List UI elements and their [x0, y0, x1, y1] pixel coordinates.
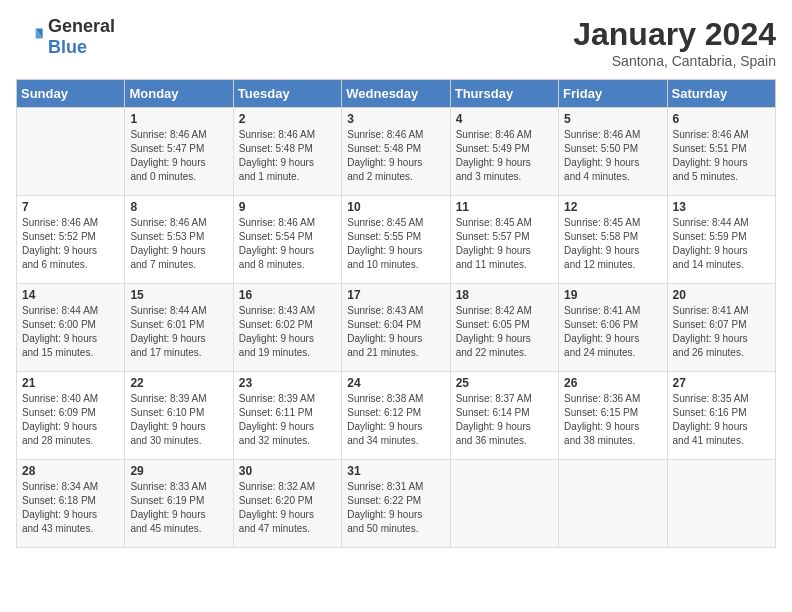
logo-text: General Blue — [48, 16, 115, 58]
calendar-cell: 21Sunrise: 8:40 AM Sunset: 6:09 PM Dayli… — [17, 372, 125, 460]
calendar-cell — [17, 108, 125, 196]
day-number: 19 — [564, 288, 661, 302]
cell-info: Sunrise: 8:43 AM Sunset: 6:04 PM Dayligh… — [347, 304, 444, 360]
header-tuesday: Tuesday — [233, 80, 341, 108]
calendar-cell — [667, 460, 775, 548]
cell-info: Sunrise: 8:42 AM Sunset: 6:05 PM Dayligh… — [456, 304, 553, 360]
day-number: 20 — [673, 288, 770, 302]
day-number: 12 — [564, 200, 661, 214]
calendar-cell: 10Sunrise: 8:45 AM Sunset: 5:55 PM Dayli… — [342, 196, 450, 284]
calendar-row-2: 14Sunrise: 8:44 AM Sunset: 6:00 PM Dayli… — [17, 284, 776, 372]
cell-info: Sunrise: 8:43 AM Sunset: 6:02 PM Dayligh… — [239, 304, 336, 360]
calendar-row-4: 28Sunrise: 8:34 AM Sunset: 6:18 PM Dayli… — [17, 460, 776, 548]
calendar-cell: 31Sunrise: 8:31 AM Sunset: 6:22 PM Dayli… — [342, 460, 450, 548]
day-number: 26 — [564, 376, 661, 390]
cell-info: Sunrise: 8:46 AM Sunset: 5:50 PM Dayligh… — [564, 128, 661, 184]
calendar-cell: 2Sunrise: 8:46 AM Sunset: 5:48 PM Daylig… — [233, 108, 341, 196]
header-wednesday: Wednesday — [342, 80, 450, 108]
cell-info: Sunrise: 8:31 AM Sunset: 6:22 PM Dayligh… — [347, 480, 444, 536]
cell-info: Sunrise: 8:37 AM Sunset: 6:14 PM Dayligh… — [456, 392, 553, 448]
calendar-cell: 25Sunrise: 8:37 AM Sunset: 6:14 PM Dayli… — [450, 372, 558, 460]
calendar-row-1: 7Sunrise: 8:46 AM Sunset: 5:52 PM Daylig… — [17, 196, 776, 284]
cell-info: Sunrise: 8:39 AM Sunset: 6:11 PM Dayligh… — [239, 392, 336, 448]
cell-info: Sunrise: 8:46 AM Sunset: 5:52 PM Dayligh… — [22, 216, 119, 272]
calendar-cell: 8Sunrise: 8:46 AM Sunset: 5:53 PM Daylig… — [125, 196, 233, 284]
cell-info: Sunrise: 8:40 AM Sunset: 6:09 PM Dayligh… — [22, 392, 119, 448]
day-number: 3 — [347, 112, 444, 126]
calendar-cell — [450, 460, 558, 548]
day-number: 21 — [22, 376, 119, 390]
day-number: 10 — [347, 200, 444, 214]
calendar-cell: 5Sunrise: 8:46 AM Sunset: 5:50 PM Daylig… — [559, 108, 667, 196]
cell-info: Sunrise: 8:46 AM Sunset: 5:49 PM Dayligh… — [456, 128, 553, 184]
cell-info: Sunrise: 8:46 AM Sunset: 5:53 PM Dayligh… — [130, 216, 227, 272]
logo-icon — [16, 23, 44, 51]
cell-info: Sunrise: 8:46 AM Sunset: 5:48 PM Dayligh… — [347, 128, 444, 184]
day-number: 11 — [456, 200, 553, 214]
day-number: 14 — [22, 288, 119, 302]
calendar-cell — [559, 460, 667, 548]
day-number: 5 — [564, 112, 661, 126]
calendar-cell: 6Sunrise: 8:46 AM Sunset: 5:51 PM Daylig… — [667, 108, 775, 196]
calendar-cell: 3Sunrise: 8:46 AM Sunset: 5:48 PM Daylig… — [342, 108, 450, 196]
cell-info: Sunrise: 8:46 AM Sunset: 5:48 PM Dayligh… — [239, 128, 336, 184]
month-title: January 2024 — [573, 16, 776, 53]
cell-info: Sunrise: 8:35 AM Sunset: 6:16 PM Dayligh… — [673, 392, 770, 448]
cell-info: Sunrise: 8:46 AM Sunset: 5:54 PM Dayligh… — [239, 216, 336, 272]
day-number: 17 — [347, 288, 444, 302]
calendar-cell: 16Sunrise: 8:43 AM Sunset: 6:02 PM Dayli… — [233, 284, 341, 372]
cell-info: Sunrise: 8:39 AM Sunset: 6:10 PM Dayligh… — [130, 392, 227, 448]
logo: General Blue — [16, 16, 115, 58]
calendar-row-0: 1Sunrise: 8:46 AM Sunset: 5:47 PM Daylig… — [17, 108, 776, 196]
calendar-table: Sunday Monday Tuesday Wednesday Thursday… — [16, 79, 776, 548]
header-friday: Friday — [559, 80, 667, 108]
calendar-cell: 4Sunrise: 8:46 AM Sunset: 5:49 PM Daylig… — [450, 108, 558, 196]
day-number: 7 — [22, 200, 119, 214]
day-number: 27 — [673, 376, 770, 390]
calendar-cell: 26Sunrise: 8:36 AM Sunset: 6:15 PM Dayli… — [559, 372, 667, 460]
cell-info: Sunrise: 8:32 AM Sunset: 6:20 PM Dayligh… — [239, 480, 336, 536]
title-area: January 2024 Santona, Cantabria, Spain — [573, 16, 776, 69]
day-number: 31 — [347, 464, 444, 478]
day-number: 16 — [239, 288, 336, 302]
day-number: 2 — [239, 112, 336, 126]
calendar-cell: 29Sunrise: 8:33 AM Sunset: 6:19 PM Dayli… — [125, 460, 233, 548]
calendar-cell: 1Sunrise: 8:46 AM Sunset: 5:47 PM Daylig… — [125, 108, 233, 196]
page-header: General Blue January 2024 Santona, Canta… — [16, 16, 776, 69]
calendar-cell: 13Sunrise: 8:44 AM Sunset: 5:59 PM Dayli… — [667, 196, 775, 284]
calendar-cell: 18Sunrise: 8:42 AM Sunset: 6:05 PM Dayli… — [450, 284, 558, 372]
day-number: 15 — [130, 288, 227, 302]
day-number: 8 — [130, 200, 227, 214]
calendar-cell: 17Sunrise: 8:43 AM Sunset: 6:04 PM Dayli… — [342, 284, 450, 372]
cell-info: Sunrise: 8:44 AM Sunset: 6:01 PM Dayligh… — [130, 304, 227, 360]
calendar-cell: 12Sunrise: 8:45 AM Sunset: 5:58 PM Dayli… — [559, 196, 667, 284]
calendar-cell: 15Sunrise: 8:44 AM Sunset: 6:01 PM Dayli… — [125, 284, 233, 372]
cell-info: Sunrise: 8:41 AM Sunset: 6:06 PM Dayligh… — [564, 304, 661, 360]
calendar-cell: 22Sunrise: 8:39 AM Sunset: 6:10 PM Dayli… — [125, 372, 233, 460]
cell-info: Sunrise: 8:41 AM Sunset: 6:07 PM Dayligh… — [673, 304, 770, 360]
calendar-cell: 7Sunrise: 8:46 AM Sunset: 5:52 PM Daylig… — [17, 196, 125, 284]
header-thursday: Thursday — [450, 80, 558, 108]
calendar-cell: 19Sunrise: 8:41 AM Sunset: 6:06 PM Dayli… — [559, 284, 667, 372]
cell-info: Sunrise: 8:45 AM Sunset: 5:58 PM Dayligh… — [564, 216, 661, 272]
calendar-cell: 11Sunrise: 8:45 AM Sunset: 5:57 PM Dayli… — [450, 196, 558, 284]
cell-info: Sunrise: 8:46 AM Sunset: 5:51 PM Dayligh… — [673, 128, 770, 184]
calendar-cell: 14Sunrise: 8:44 AM Sunset: 6:00 PM Dayli… — [17, 284, 125, 372]
calendar-row-3: 21Sunrise: 8:40 AM Sunset: 6:09 PM Dayli… — [17, 372, 776, 460]
location: Santona, Cantabria, Spain — [573, 53, 776, 69]
cell-info: Sunrise: 8:44 AM Sunset: 6:00 PM Dayligh… — [22, 304, 119, 360]
header-sunday: Sunday — [17, 80, 125, 108]
day-number: 4 — [456, 112, 553, 126]
cell-info: Sunrise: 8:33 AM Sunset: 6:19 PM Dayligh… — [130, 480, 227, 536]
day-number: 29 — [130, 464, 227, 478]
cell-info: Sunrise: 8:45 AM Sunset: 5:55 PM Dayligh… — [347, 216, 444, 272]
cell-info: Sunrise: 8:34 AM Sunset: 6:18 PM Dayligh… — [22, 480, 119, 536]
calendar-cell: 24Sunrise: 8:38 AM Sunset: 6:12 PM Dayli… — [342, 372, 450, 460]
day-number: 9 — [239, 200, 336, 214]
header-monday: Monday — [125, 80, 233, 108]
calendar-cell: 9Sunrise: 8:46 AM Sunset: 5:54 PM Daylig… — [233, 196, 341, 284]
day-number: 1 — [130, 112, 227, 126]
calendar-cell: 23Sunrise: 8:39 AM Sunset: 6:11 PM Dayli… — [233, 372, 341, 460]
calendar-cell: 30Sunrise: 8:32 AM Sunset: 6:20 PM Dayli… — [233, 460, 341, 548]
cell-info: Sunrise: 8:38 AM Sunset: 6:12 PM Dayligh… — [347, 392, 444, 448]
